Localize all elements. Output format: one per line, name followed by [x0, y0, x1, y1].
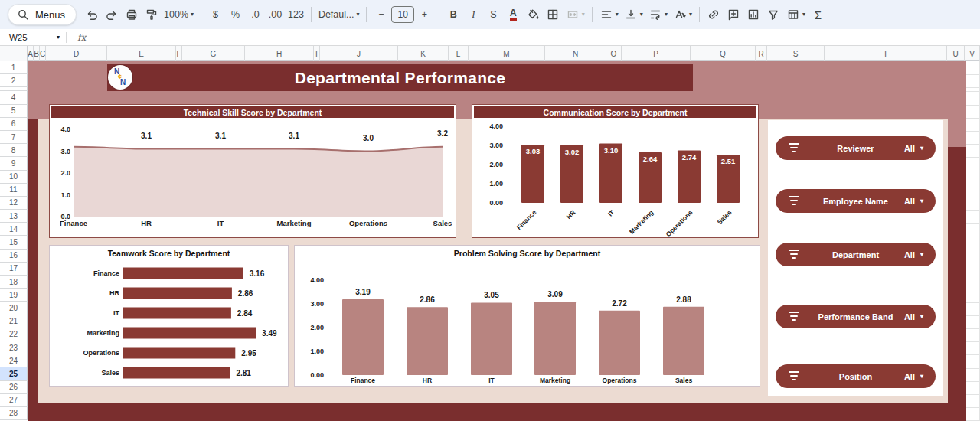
chart-teamwork[interactable]: Teamwork Score by Department Finance3.16… [49, 245, 289, 387]
column-header-A[interactable]: A [28, 46, 34, 61]
row-header-12[interactable]: 12 [0, 197, 28, 210]
italic-button[interactable]: I [464, 5, 483, 24]
row-header-18[interactable]: 18 [0, 276, 28, 289]
column-header-F[interactable]: F [176, 46, 182, 61]
row-header-11[interactable]: 11 [0, 184, 28, 197]
slicer-value-dropdown[interactable]: All▾ [904, 189, 923, 213]
chart-communication[interactable]: Communication Score by Department 4.003.… [472, 104, 759, 238]
row-header-21[interactable]: 21 [0, 315, 28, 328]
row-header-16[interactable]: 16 [0, 250, 28, 263]
decrease-font-size-button[interactable]: − [371, 5, 390, 24]
column-header-M[interactable]: M [469, 46, 545, 61]
fx-icon: fx [77, 32, 86, 43]
column-header-L[interactable]: L [449, 46, 469, 61]
undo-button[interactable] [82, 5, 101, 24]
merge-cells-button[interactable]: ▾ [564, 5, 587, 24]
page-title: Departmental Performance [295, 69, 506, 87]
create-filter-button[interactable] [764, 5, 783, 24]
text-rotation-button[interactable]: ▾ [671, 5, 694, 24]
row-header-5[interactable]: 5 [0, 105, 28, 118]
column-header-T[interactable]: T [825, 46, 947, 61]
column-header-I[interactable]: I [314, 46, 320, 61]
horizontal-align-button[interactable]: ▾ [597, 5, 621, 24]
row-header-9[interactable]: 9 [0, 157, 28, 170]
borders-button[interactable] [544, 5, 563, 24]
row-header-2[interactable]: 2 [0, 74, 28, 87]
font-select[interactable]: Defaul...▾ [316, 5, 362, 24]
column-header-C[interactable]: C [40, 46, 46, 61]
slicer-value-dropdown[interactable]: All▾ [904, 305, 923, 328]
increase-decimal-button[interactable]: .00 [266, 5, 285, 24]
column-header-Q[interactable]: Q [691, 46, 756, 61]
functions-button[interactable]: Σ [808, 5, 828, 24]
row-header-15[interactable]: 15 [0, 236, 28, 249]
column-header-N[interactable]: N [545, 46, 606, 61]
row-header-13[interactable]: 13 [0, 210, 28, 223]
row-header-25[interactable]: 25 [0, 367, 28, 380]
slicer-value-dropdown[interactable]: All▾ [904, 136, 923, 160]
slicer-value-dropdown[interactable]: All▾ [904, 364, 923, 388]
fill-color-button[interactable] [524, 5, 543, 24]
row-header-28[interactable]: 28 [0, 407, 28, 420]
format-percent-button[interactable]: % [226, 5, 245, 24]
column-header-B[interactable]: B [34, 46, 40, 61]
column-header-S[interactable]: S [767, 46, 825, 61]
name-box[interactable]: W25 ▾ [0, 29, 66, 45]
insert-link-button[interactable] [704, 5, 724, 24]
row-header-10[interactable]: 10 [0, 171, 28, 184]
row-header-26[interactable]: 26 [0, 381, 28, 394]
strikethrough-button[interactable]: S [484, 5, 503, 24]
column-header-G[interactable]: G [182, 46, 245, 61]
column-header-J[interactable]: J [320, 46, 398, 61]
select-all-corner[interactable] [0, 46, 28, 61]
font-size-input[interactable]: 10 [391, 6, 413, 23]
bold-button[interactable]: B [444, 5, 463, 24]
column-header-V[interactable]: V [965, 46, 980, 61]
row-header-20[interactable]: 20 [0, 302, 28, 315]
increase-font-size-button[interactable]: + [415, 5, 434, 24]
text-color-button[interactable]: A [504, 5, 523, 24]
column-header-K[interactable]: K [398, 46, 449, 61]
table-views-button[interactable]: ▾ [784, 5, 808, 24]
slicer-performance-band[interactable]: Performance BandAll▾ [776, 305, 936, 328]
row-header-6[interactable]: 6 [0, 118, 28, 131]
more-formats-button[interactable]: 123 [286, 5, 306, 24]
paint-format-button[interactable] [142, 5, 161, 24]
row-header-19[interactable]: 19 [0, 289, 28, 302]
slicer-employee-name[interactable]: Employee NameAll▾ [776, 189, 936, 213]
formula-input[interactable] [93, 29, 980, 45]
column-header-O[interactable]: O [606, 46, 622, 61]
slicer-department[interactable]: DepartmentAll▾ [776, 243, 936, 266]
slicer-reviewer[interactable]: ReviewerAll▾ [776, 136, 936, 160]
column-header-E[interactable]: E [107, 46, 176, 61]
format-currency-button[interactable]: $ [206, 5, 225, 24]
column-header-P[interactable]: P [622, 46, 691, 61]
decrease-decimal-button[interactable]: .0 [246, 5, 265, 24]
row-header-8[interactable]: 8 [0, 144, 28, 157]
zoom-select[interactable]: 100%▾ [162, 5, 196, 24]
redo-button[interactable] [102, 5, 121, 24]
column-header-D[interactable]: D [46, 46, 107, 61]
slicer-position[interactable]: PositionAll▾ [776, 364, 936, 388]
row-header-4[interactable]: 4 [0, 91, 28, 104]
insert-comment-button[interactable] [724, 5, 743, 24]
chart-problem-solving[interactable]: Problem Solving Score by Department 4.00… [294, 245, 760, 387]
menus-pill[interactable]: Menus [8, 4, 77, 25]
row-header-7[interactable]: 7 [0, 131, 28, 144]
row-header-24[interactable]: 24 [0, 354, 28, 367]
row-header-23[interactable]: 23 [0, 341, 28, 354]
insert-chart-button[interactable] [744, 5, 763, 24]
column-header-H[interactable]: H [245, 46, 314, 61]
row-header-22[interactable]: 22 [0, 328, 28, 341]
text-wrap-button[interactable]: ▾ [646, 5, 670, 24]
vertical-align-button[interactable]: ▾ [622, 5, 645, 24]
row-header-14[interactable]: 14 [0, 223, 28, 236]
slicer-value-dropdown[interactable]: All▾ [904, 243, 923, 266]
column-header-U[interactable]: U [947, 46, 965, 61]
print-button[interactable] [122, 5, 141, 24]
row-header-27[interactable]: 27 [0, 394, 28, 407]
chart-technical-skill[interactable]: Technical Skill Score by Department 4.03… [49, 104, 456, 238]
row-header-17[interactable]: 17 [0, 263, 28, 276]
row-header-1[interactable]: 1 [0, 61, 28, 74]
column-header-R[interactable]: R [756, 46, 767, 61]
